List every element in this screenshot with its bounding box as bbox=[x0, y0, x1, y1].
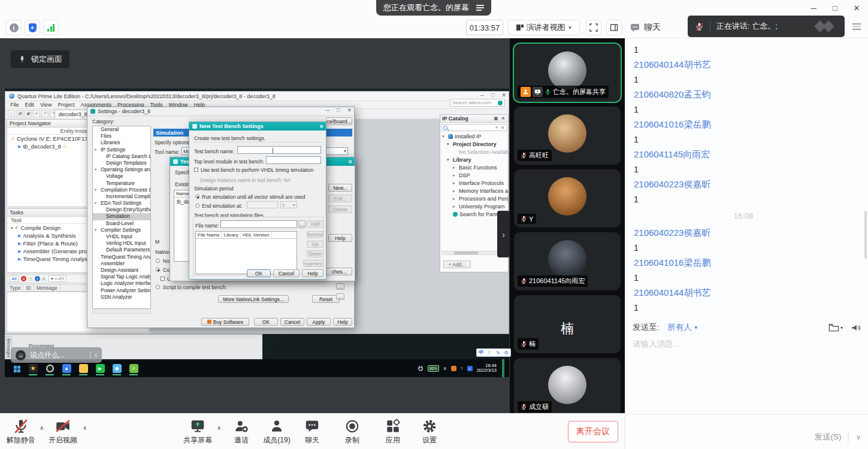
file-send-icon[interactable]: ▾ bbox=[828, 323, 843, 332]
browse-button[interactable]: … bbox=[336, 283, 344, 290]
send-button[interactable]: 发送(S) bbox=[815, 432, 842, 442]
flag-filter-icon[interactable]: A bbox=[42, 276, 46, 282]
apply-button[interactable]: Apply bbox=[307, 318, 331, 326]
ime-moon-icon[interactable]: ☾ bbox=[488, 350, 492, 356]
end-unit-combo[interactable]: s▾ bbox=[280, 201, 297, 208]
chat-scrollbar[interactable] bbox=[864, 211, 867, 259]
toolbar-icon[interactable] bbox=[33, 110, 40, 117]
ime-settings-icon[interactable]: ⚙ bbox=[504, 350, 509, 356]
taskbar-app-icon[interactable] bbox=[127, 360, 140, 376]
taskbar-app-icon[interactable] bbox=[110, 360, 123, 376]
danmaku-input-overlay[interactable]: ☺ 说点什么... ‹ bbox=[11, 347, 102, 363]
menu-item[interactable]: Edit bbox=[22, 102, 38, 108]
dlg-close-icon[interactable]: ✕ bbox=[348, 157, 352, 166]
more-nativelink-button[interactable]: More NativeLink Settings... bbox=[218, 295, 289, 303]
video-strip-expand-handle[interactable]: › bbox=[497, 211, 510, 257]
test-benches-button[interactable]: ches... bbox=[326, 268, 352, 275]
participant-tile[interactable]: 2106041145向雨宏 bbox=[514, 232, 621, 290]
tray-expand-icon[interactable]: ∧ bbox=[443, 366, 447, 371]
altera-search-input[interactable]: Search altera.com bbox=[450, 99, 505, 107]
menu-item[interactable]: Project bbox=[55, 102, 77, 108]
notification-edge[interactable] bbox=[502, 359, 504, 377]
category-item[interactable]: SSN Analyzer bbox=[93, 294, 150, 301]
share-options-icon[interactable]: ∧ bbox=[217, 424, 221, 431]
category-item[interactable]: Files bbox=[93, 133, 150, 139]
category-item[interactable]: Temperature bbox=[93, 180, 150, 187]
security-button[interactable]: + bbox=[25, 20, 40, 35]
category-item[interactable]: Compiler Settings bbox=[93, 227, 150, 233]
unmute-button[interactable]: 解除静音 bbox=[2, 418, 40, 445]
edit-button[interactable]: Edit... bbox=[328, 195, 352, 202]
end-time-input[interactable] bbox=[247, 201, 278, 208]
ip-tree-item[interactable]: No Selection Available bbox=[440, 148, 508, 156]
collapse-icon[interactable]: ‹ bbox=[95, 351, 97, 359]
category-hscrollbar[interactable] bbox=[92, 310, 151, 314]
dlg-close-icon[interactable]: ✕ bbox=[347, 107, 352, 113]
document-tab[interactable]: decoder3_8 bbox=[55, 110, 92, 119]
maximize-icon[interactable]: □ bbox=[827, 1, 843, 14]
category-item[interactable]: Assembler bbox=[93, 260, 150, 267]
category-item[interactable]: Incremental Compilation bbox=[93, 193, 150, 200]
help-button[interactable]: Help bbox=[333, 318, 352, 326]
category-item[interactable]: Logic Analyzer Interface bbox=[93, 280, 150, 287]
side-panel-toggle[interactable] bbox=[606, 20, 622, 35]
ip-search-input[interactable]: ✕ ≣ bbox=[441, 124, 507, 131]
taskbar-clock[interactable]: 16:442022/3/13 bbox=[477, 363, 497, 373]
category-item[interactable]: Design Templates bbox=[93, 160, 150, 166]
participant-tile[interactable]: 楠 楠 bbox=[514, 295, 621, 353]
view-mode-button[interactable]: 演讲者视图▼ bbox=[508, 20, 580, 35]
q-restore-icon[interactable]: □ bbox=[491, 92, 494, 98]
start-video-button[interactable]: 开启视频 bbox=[44, 418, 82, 445]
ip-tree-item[interactable]: DSP bbox=[440, 171, 508, 179]
ip-tree-item[interactable]: University Program bbox=[440, 202, 508, 210]
participant-tile[interactable]: 亡念。的屏幕共享 bbox=[514, 44, 621, 102]
device-board-button[interactable]: ce/Board... bbox=[326, 117, 352, 125]
category-item[interactable]: Libraries bbox=[93, 139, 150, 146]
help-button[interactable]: Help bbox=[302, 269, 323, 277]
ip-tree-item[interactable]: Memory Interfaces and Con bbox=[440, 187, 508, 195]
ip-tree-item[interactable]: Processors and Peripherals bbox=[440, 195, 508, 202]
network-quality-button[interactable] bbox=[43, 20, 59, 35]
ip-tree-item[interactable]: Library bbox=[440, 156, 508, 163]
test-bench-name-input[interactable] bbox=[237, 146, 321, 154]
participant-tile[interactable]: 成立硕 bbox=[514, 358, 621, 413]
q-close-icon[interactable]: ✕ bbox=[501, 92, 506, 98]
speaker-icon[interactable] bbox=[851, 323, 861, 332]
minimize-icon[interactable]: ─ bbox=[806, 1, 821, 14]
filter-all-button[interactable]: All bbox=[9, 275, 19, 282]
clear-filter-icons[interactable]: ✕ ≣ bbox=[495, 125, 505, 130]
apps-button[interactable]: 应用 bbox=[374, 418, 412, 445]
category-item[interactable]: IP Settings bbox=[93, 147, 150, 153]
cancel-button[interactable]: Cancel bbox=[280, 318, 304, 326]
category-item[interactable]: Verilog HDL Input bbox=[93, 240, 150, 247]
panel-pin-close-icons[interactable]: ▣ ✕ bbox=[494, 116, 506, 121]
category-item[interactable]: Board-Level bbox=[93, 220, 150, 227]
chat-menu-icon[interactable] bbox=[852, 23, 861, 30]
cancel-button[interactable]: Cancel bbox=[273, 269, 300, 277]
emoji-icon[interactable]: ☺ bbox=[16, 350, 26, 360]
none-radio[interactable] bbox=[156, 259, 160, 263]
close-icon[interactable]: ✕ bbox=[849, 1, 864, 14]
lock-view-button[interactable]: 锁定画面 bbox=[11, 50, 69, 68]
toolbar-icon[interactable] bbox=[25, 110, 32, 117]
send-options-icon[interactable]: ∨ bbox=[856, 433, 861, 441]
dlg-close-icon[interactable]: ✕ bbox=[319, 122, 323, 131]
top-module-input[interactable] bbox=[266, 156, 321, 164]
ok-button[interactable]: OK bbox=[254, 318, 278, 326]
participant-tile[interactable]: Y bbox=[514, 169, 621, 227]
use-script-checkbox[interactable] bbox=[161, 277, 165, 281]
ok-button[interactable]: OK bbox=[247, 269, 271, 277]
members-button[interactable]: 成员(19) bbox=[258, 418, 296, 445]
ime-toolbar[interactable]: 中 ☾ ✎ ⚙ bbox=[476, 348, 511, 357]
ip-tree-item[interactable]: Interface Protocols bbox=[440, 179, 508, 187]
run-radio[interactable] bbox=[195, 195, 199, 199]
ip-tree-item[interactable]: Basic Functions bbox=[440, 163, 508, 171]
new-button[interactable]: New... bbox=[328, 184, 352, 192]
error-filter-icon[interactable]: ✕ bbox=[21, 276, 26, 281]
record-button[interactable]: 录制 bbox=[333, 418, 371, 445]
category-item[interactable]: Design Entry/Synthesis bbox=[93, 207, 150, 213]
remove-button[interactable]: Remove bbox=[307, 231, 323, 238]
category-item[interactable]: TimeQuest Timing Analyzer bbox=[93, 254, 150, 260]
category-item[interactable]: Operating Settings and Conditio bbox=[93, 166, 150, 173]
camera-options-icon[interactable]: ∧ bbox=[83, 424, 87, 431]
